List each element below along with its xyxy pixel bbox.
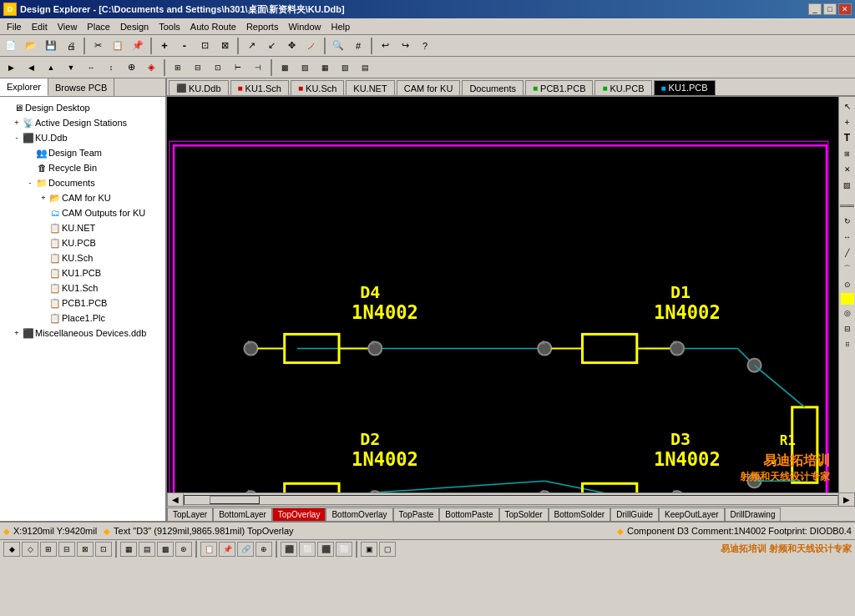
rt-line[interactable]: ╱ xyxy=(840,245,855,260)
scroll-left-btn[interactable]: ◀ xyxy=(167,492,184,507)
h-scroll-track[interactable] xyxy=(184,495,838,505)
tb-zoom-out[interactable]: - xyxy=(175,37,194,55)
rt-pad[interactable]: ⊙ xyxy=(840,277,855,292)
tb-drc[interactable]: # xyxy=(349,37,367,55)
layer-tab-top[interactable]: TopLayer xyxy=(167,507,213,521)
tb-select[interactable]: ↗ xyxy=(242,37,261,55)
tb2-b7[interactable]: ⊕ xyxy=(122,58,140,77)
pcb-tab-pcb1[interactable]: ■PCB1.PCB xyxy=(525,80,593,95)
tree-item-ku-pcb[interactable]: 📋 KU.PCB xyxy=(0,235,165,250)
layer-tab-keepout[interactable]: KeepOutLayer xyxy=(659,507,725,521)
layer-tab-top-overlay[interactable]: TopOverlay xyxy=(272,507,326,521)
rt-flip[interactable]: ↔ xyxy=(840,230,855,245)
menu-reports[interactable]: Reports xyxy=(241,20,284,33)
rt-zoom[interactable]: + xyxy=(840,114,855,129)
sidebar-tab-browse-pcb[interactable]: Browse PCB xyxy=(48,78,114,96)
tb2-b14[interactable]: ▩ xyxy=(276,58,294,77)
tb-zoom-in[interactable]: + xyxy=(155,37,174,55)
tb-paste[interactable]: 📌 xyxy=(129,37,147,55)
btb-b20[interactable]: ▢ xyxy=(379,542,396,557)
btb-b18[interactable]: ⬜ xyxy=(336,542,352,557)
btb-b13[interactable]: 🔗 xyxy=(237,542,254,557)
tree-item-ku-ddb[interactable]: - ⬛ KU.Ddb xyxy=(0,130,165,145)
rt-rot[interactable]: ↻ xyxy=(840,214,855,229)
tb-zoom-fit[interactable]: ⊡ xyxy=(195,37,214,55)
tree-item-ku1-pcb[interactable]: 📋 KU1.PCB xyxy=(0,265,165,280)
rt-rule[interactable]: ⊟ xyxy=(840,321,855,336)
btb-b2[interactable]: ◇ xyxy=(22,542,38,557)
tb-help[interactable]: ? xyxy=(416,37,434,55)
tree-item-cam-ku[interactable]: + 📂 CAM for KU xyxy=(0,190,165,205)
tb-zoom-area[interactable]: ⊠ xyxy=(215,37,234,55)
menu-design[interactable]: Design xyxy=(115,20,154,33)
btb-b12[interactable]: 📌 xyxy=(219,542,235,557)
tb2-b1[interactable]: ▶ xyxy=(2,58,20,77)
btb-b17[interactable]: ⬛ xyxy=(317,542,334,557)
tree-item-pcb1-pcb[interactable]: 📋 PCB1.PCB xyxy=(0,295,165,311)
pcb-tab-ku-pcb[interactable]: ■KU.PCB xyxy=(594,80,651,95)
tb2-b6[interactable]: ↕ xyxy=(102,58,120,77)
tb2-b12[interactable]: ⊢ xyxy=(229,58,247,77)
tree-item-active-stations[interactable]: + 📡 Active Design Stations xyxy=(0,115,165,130)
btb-b8[interactable]: ▤ xyxy=(139,542,155,557)
minimize-button[interactable]: _ xyxy=(808,3,822,15)
btb-b11[interactable]: 📋 xyxy=(200,542,217,557)
btb-b9[interactable]: ▩ xyxy=(157,542,174,557)
pcb-tab-ku-ddb[interactable]: ⬛KU.Ddb xyxy=(169,80,229,95)
btb-b7[interactable]: ▦ xyxy=(120,542,137,557)
tb-deselect[interactable]: ↙ xyxy=(262,37,281,55)
tb2-b11[interactable]: ⊡ xyxy=(209,58,227,77)
btb-b5[interactable]: ⊠ xyxy=(77,542,94,557)
tb2-b18[interactable]: ▤ xyxy=(356,58,374,77)
layer-tab-drill-guide[interactable]: DrillGuide xyxy=(610,507,659,521)
tree-item-cam-outputs[interactable]: 🗂 CAM Outputs for KU xyxy=(0,205,165,220)
rt-arc[interactable]: ⌒ xyxy=(840,261,855,276)
layer-tab-drill-drawing[interactable]: DrillDrawing xyxy=(725,507,782,521)
scroll-right-btn[interactable]: ▶ xyxy=(838,492,855,507)
menu-window[interactable]: Window xyxy=(283,20,326,33)
tb-print[interactable]: 🖨 xyxy=(62,37,80,55)
tb-copy[interactable]: 📋 xyxy=(109,37,127,55)
tb2-b10[interactable]: ⊟ xyxy=(189,58,207,77)
tb2-b9[interactable]: ⊞ xyxy=(169,58,187,77)
rt-fill[interactable] xyxy=(841,293,854,305)
tb-new[interactable]: 📄 xyxy=(2,37,20,55)
pcb-tab-ku-net[interactable]: KU.NET xyxy=(346,80,394,95)
menu-view[interactable]: View xyxy=(53,20,83,33)
rt-cursor[interactable]: ↖ xyxy=(840,98,855,114)
tb2-b2[interactable]: ◀ xyxy=(22,58,40,77)
tb-undo[interactable]: ↩ xyxy=(376,37,394,55)
pcb-tab-docs[interactable]: Documents xyxy=(462,80,524,95)
tree-item-ku1-sch[interactable]: 📋 KU1.Sch xyxy=(0,280,165,295)
tb-redo[interactable]: ↪ xyxy=(396,37,414,55)
tb-open[interactable]: 📂 xyxy=(22,37,40,55)
tree-item-place1-plc[interactable]: 📋 Place1.Plc xyxy=(0,311,165,326)
tb2-b4[interactable]: ▼ xyxy=(62,58,80,77)
menu-edit[interactable]: Edit xyxy=(27,20,53,33)
tb2-b13[interactable]: ⊣ xyxy=(249,58,267,77)
rt-grid[interactable]: ⊞ xyxy=(840,146,855,161)
menu-help[interactable]: Help xyxy=(326,20,356,33)
btb-b3[interactable]: ⊞ xyxy=(40,542,57,557)
rt-text[interactable]: T xyxy=(840,130,855,145)
menu-file[interactable]: File xyxy=(2,20,27,33)
btb-b4[interactable]: ⊟ xyxy=(58,542,75,557)
tb2-b16[interactable]: ▦ xyxy=(316,58,334,77)
btb-b16[interactable]: ⬜ xyxy=(299,542,316,557)
tb-move[interactable]: ✥ xyxy=(282,37,301,55)
tree-item-documents[interactable]: - 📁 Documents xyxy=(0,175,165,190)
pcb-tab-ku-sch[interactable]: ■KU.Sch xyxy=(291,80,344,95)
tb2-b8[interactable]: ◈ xyxy=(142,58,160,77)
tree-item-ku-net[interactable]: 📋 KU.NET xyxy=(0,220,165,235)
layer-tab-top-paste[interactable]: TopPaste xyxy=(393,507,440,521)
btb-b15[interactable]: ⬛ xyxy=(281,542,297,557)
tree-item-misc-devices[interactable]: + ⬛ Miscellaneous Devices.ddb xyxy=(0,326,165,341)
rt-hatch[interactable]: ▨ xyxy=(840,178,855,193)
layer-tab-bottom-overlay[interactable]: BottomOverlay xyxy=(326,507,392,521)
menu-autoroute[interactable]: Auto Route xyxy=(185,20,241,33)
pcb-tab-ku1-sch[interactable]: ■KU1.Sch xyxy=(230,80,289,95)
rt-cross[interactable]: ✕ xyxy=(840,162,855,177)
btb-b6[interactable]: ⊡ xyxy=(95,542,112,557)
sidebar-tab-explorer[interactable]: Explorer xyxy=(0,78,48,96)
tree-item-ku-sch[interactable]: 📋 KU.Sch xyxy=(0,250,165,265)
